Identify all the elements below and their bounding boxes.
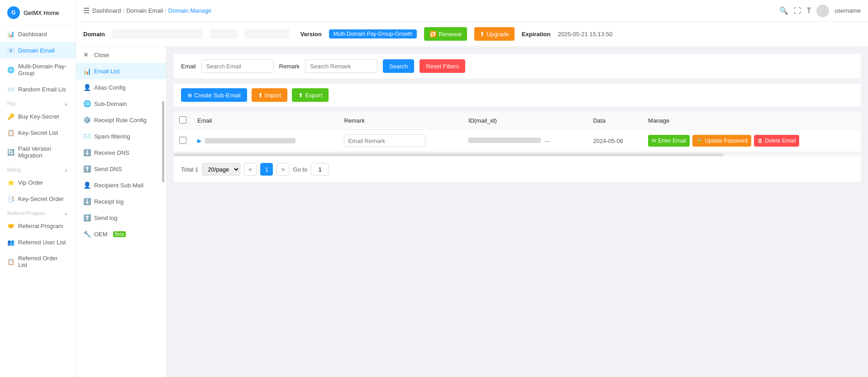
referred-user-icon: 👥: [7, 239, 14, 246]
domain-bar: Domain Version Multi-Domain Pay-Group-Gr…: [76, 22, 868, 47]
goto-input[interactable]: [311, 163, 329, 176]
page-1-button[interactable]: 1: [260, 163, 273, 176]
close-icon: ✕: [83, 51, 91, 58]
prev-page-button[interactable]: <: [244, 163, 257, 176]
sidebar-item-multi-domain[interactable]: 🌐 Multi-Domain Pay-Group: [0, 58, 76, 81]
referral-section-label: Referral Program: [7, 210, 45, 216]
enter-icon: ✉: [652, 138, 656, 144]
sub-sidebar-receive-dns[interactable]: ⬇️ Receive DNS: [76, 144, 166, 161]
select-all-checkbox[interactable]: [179, 116, 186, 124]
pay-section-label: Pay: [7, 101, 16, 106]
multi-domain-icon: 🌐: [7, 66, 14, 73]
next-page-button[interactable]: >: [277, 163, 289, 176]
sidebar-item-key-list[interactable]: 📋 Key-Secret List: [0, 124, 76, 141]
breadcrumb-dashboard[interactable]: Dashboard: [92, 7, 121, 14]
referral-chevron: ▲: [64, 211, 68, 216]
sub-sidebar-send-log[interactable]: ⬆️ Send log: [76, 210, 166, 226]
col-manage: Manage: [643, 112, 861, 130]
sub-sidebar-alias-config[interactable]: 👤 Alias Config: [76, 79, 166, 95]
paid-version-icon: 🔄: [7, 148, 14, 156]
sub-sidebar-email-list-label: Email List: [94, 68, 119, 75]
create-sub-email-button[interactable]: ⊕ Create Sub-Email: [181, 88, 247, 102]
page-size-select[interactable]: 20/page 10/page 50/page: [202, 163, 240, 176]
menu-icon[interactable]: ☰: [83, 6, 90, 15]
sub-sidebar-send-dns[interactable]: ⬆️ Send DNS: [76, 161, 166, 177]
dashboard-icon: 📊: [7, 30, 14, 38]
sidebar-item-dashboard[interactable]: 📊 Dashboard: [0, 26, 76, 42]
export-icon: ⬆: [298, 92, 303, 99]
search-button[interactable]: Search: [383, 59, 414, 73]
import-button[interactable]: ⬆ Import: [252, 88, 288, 102]
sidebar-label-multi-domain: Multi-Domain Pay-Group: [18, 63, 68, 76]
sub-sidebar-spam[interactable]: ✉️ Spam filtering: [76, 128, 166, 144]
sub-sidebar-oem-label: OEM: [94, 231, 108, 238]
logo-label: GetMX Home: [24, 10, 59, 16]
col-checkbox: [174, 112, 192, 130]
sub-sidebar-receipt-rule[interactable]: ⚙️ Receipt Rule Config: [76, 112, 166, 128]
page-content: Email Remark Search Reset Filters ⊕ Crea…: [167, 47, 868, 377]
remark-search-input[interactable]: [305, 59, 377, 73]
renewal-icon: 🔁: [429, 31, 437, 38]
sub-sidebar-receipt-rule-label: Receipt Rule Config: [94, 117, 147, 124]
sidebar-item-random-email[interactable]: 📨 Random Email Lis: [0, 81, 76, 97]
sub-sidebar-send-log-label: Send log: [94, 215, 117, 221]
reset-filters-button[interactable]: Reset Filters: [420, 59, 465, 73]
topbar-left: ☰ Dashboard / Domain Email / Domain Mana…: [83, 6, 211, 15]
domain-email-icon: 📧: [7, 47, 14, 54]
left-sidebar: G GetMX Home 📊 Dashboard 📧 Domain Email …: [0, 0, 76, 377]
expand-icon[interactable]: ⛶: [794, 7, 801, 15]
delete-email-button[interactable]: 🗑 Delete Email: [754, 135, 799, 147]
sub-sidebar-recipient[interactable]: 👤 Recipient Sub-Mail: [76, 177, 166, 193]
font-icon[interactable]: T: [806, 7, 811, 15]
delete-icon: 🗑: [758, 138, 763, 144]
enter-email-button[interactable]: ✉ Enter Email: [648, 135, 690, 147]
sidebar-item-key-order[interactable]: 📑 Key-Secret Order: [0, 191, 76, 207]
upgrade-button[interactable]: ⬆ Upgrade: [474, 27, 515, 41]
sub-sidebar-send-dns-label: Send DNS: [94, 166, 122, 172]
sub-sidebar-recipient-label: Recipient Sub-Mail: [94, 182, 143, 189]
alias-config-icon: 👤: [83, 84, 91, 91]
billing-section-label: Billing: [7, 167, 20, 172]
sidebar-item-buy-key[interactable]: 🔑 Buy Key-Secret: [0, 108, 76, 124]
oem-icon: 🔧: [83, 230, 91, 238]
sub-sidebar-sub-domain-label: Sub-Domain: [94, 100, 127, 107]
sidebar-item-paid-version[interactable]: 🔄 Paid Version Migration: [0, 141, 76, 163]
breadcrumb-domain-email[interactable]: Domain Email: [126, 7, 163, 14]
mail-id-placeholder: [468, 138, 541, 143]
email-search-input[interactable]: [201, 59, 274, 73]
sub-sidebar-sub-domain[interactable]: 🌐 Sub-Domain: [76, 95, 166, 112]
vip-order-icon: ⭐: [7, 179, 14, 186]
update-password-button[interactable]: 🔒 Update Password: [692, 135, 751, 147]
row-expand-icon[interactable]: ▶: [197, 138, 201, 144]
sub-sidebar-close[interactable]: ✕ Close: [76, 47, 166, 63]
sub-sidebar-oem[interactable]: 🔧 OEM Beta: [76, 226, 166, 242]
sidebar-item-domain-email[interactable]: 📧 Domain Email: [0, 42, 76, 58]
action-bar: ⊕ Create Sub-Email ⬆ Import ⬆ Export: [174, 84, 861, 106]
row-mail-id-cell: —: [463, 130, 587, 152]
sub-sidebar-email-list[interactable]: 📊 Email List: [76, 63, 166, 79]
sidebar-label-buy-key: Buy Key-Secret: [18, 113, 59, 120]
renewal-button[interactable]: 🔁 Renewal: [424, 27, 467, 41]
sub-sidebar-receipt-log[interactable]: ⬇️ Receipt log: [76, 193, 166, 210]
sub-sidebar-close-label: Close: [94, 52, 109, 58]
billing-section: Billing ▲: [0, 163, 76, 174]
logo-item[interactable]: G GetMX Home: [0, 0, 76, 26]
email-text-placeholder: [205, 138, 296, 143]
email-remark-input[interactable]: [344, 134, 425, 147]
sidebar-label-dashboard: Dashboard: [18, 31, 47, 38]
sidebar-item-referred-order[interactable]: 📋 Referred Order List: [0, 250, 76, 273]
sub-sidebar: ✕ Close 📊 Email List 👤 Alias Config 🌐 Su…: [76, 47, 167, 377]
email-table-container: Email Remark ID(mail_id) Data Manage: [174, 112, 861, 182]
search-icon[interactable]: 🔍: [779, 6, 788, 15]
sidebar-item-referred-user[interactable]: 👥 Referred User List: [0, 234, 76, 250]
row-checkbox[interactable]: [179, 137, 186, 144]
email-list-icon: 📊: [83, 67, 91, 75]
referred-order-icon: 📋: [7, 258, 14, 265]
export-button[interactable]: ⬆ Export: [292, 88, 329, 102]
sidebar-item-referral[interactable]: 🤝 Referral Program: [0, 218, 76, 234]
sidebar-item-vip-order[interactable]: ⭐ Vip Order: [0, 174, 76, 191]
horizontal-scrollbar[interactable]: [174, 152, 861, 157]
spam-icon: ✉️: [83, 133, 91, 140]
main-area: ☰ Dashboard / Domain Email / Domain Mana…: [76, 0, 868, 377]
sub-domain-icon: 🌐: [83, 100, 91, 107]
